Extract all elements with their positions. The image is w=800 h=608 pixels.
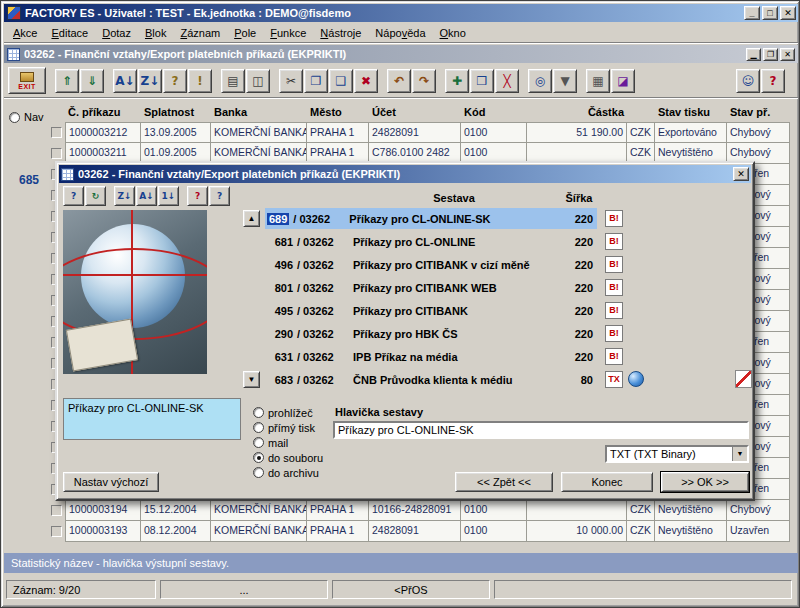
context-help-button[interactable]: ? [209, 186, 230, 206]
report-header-input[interactable] [333, 421, 749, 439]
dialog-titlebar[interactable]: 03262 - Finanční vztahy/Export platebníc… [59, 165, 751, 183]
end-button[interactable]: Konec [561, 472, 653, 492]
about-help-button[interactable]: ? [761, 69, 785, 93]
sort-az-button[interactable]: A↓ [136, 186, 157, 206]
redo-button[interactable]: ↷ [412, 69, 436, 93]
cell-splatnost[interactable]: 13.09.2005 [141, 122, 211, 143]
user-info-button[interactable]: ☺ [736, 69, 760, 93]
report-row[interactable]: 683/ 03262ČNB Průvodka klienta k médiu80… [265, 369, 597, 390]
cell-kod[interactable]: 0100 [461, 521, 527, 542]
maximize-button[interactable]: □ [762, 6, 778, 20]
record-down-button[interactable]: ⇓ [80, 69, 104, 93]
cell-mena[interactable]: CZK [627, 521, 655, 542]
cell-cislo-prikazu[interactable]: 1000003193 [65, 521, 141, 542]
menu-item-blok[interactable]: Blok [138, 24, 173, 42]
cell-stav-prikazu[interactable]: Uzavřen [727, 521, 790, 542]
cell-splatnost[interactable]: 08.12.2004 [141, 521, 211, 542]
report-row[interactable]: 495/ 03262Příkazy pro CITIBANK220B! [265, 300, 597, 321]
scroll-up-button[interactable]: ▲ [243, 210, 260, 227]
format-txt-icon[interactable]: TX [605, 371, 623, 388]
sort-za-button[interactable]: Z↓ [114, 186, 135, 206]
exit-button[interactable]: EXIT [8, 67, 46, 94]
minimize-button[interactable]: _ [744, 6, 760, 20]
execute-query-button[interactable]: ! [188, 69, 212, 93]
help-button[interactable]: ? [187, 186, 208, 206]
close-button[interactable]: ✕ [780, 6, 796, 20]
format-select[interactable]: TXT (TXT Binary) ▼ [605, 445, 749, 463]
mdi-titlebar[interactable]: 03262 - Finanční vztahy/Export platebníc… [4, 45, 798, 63]
cell-stav-tisku[interactable]: Nevytištěno [655, 521, 727, 542]
cell-mesto[interactable]: PRAHA 1 [307, 521, 369, 542]
menu-item-editace[interactable]: Editace [44, 24, 95, 42]
format-bitmap-icon[interactable]: B! [605, 325, 623, 342]
delete-button[interactable]: ✖ [354, 69, 378, 93]
cell-stav-tisku[interactable]: Nevytištěno [655, 500, 727, 521]
menu-item-akce[interactable]: Akce [6, 24, 44, 42]
sort-num-button[interactable]: 1↓ [158, 186, 179, 206]
set-default-button[interactable]: Nastav výchozí [63, 472, 159, 492]
report-refresh-button[interactable]: ↻ [85, 186, 106, 206]
cell-ucet[interactable]: 24828091 [369, 521, 461, 542]
cell-cislo-prikazu[interactable]: 1000003212 [65, 122, 141, 143]
cell-mena[interactable]: CZK [627, 500, 655, 521]
ok-button[interactable]: >> OK >> [661, 472, 749, 492]
row-checkbox[interactable] [51, 148, 62, 159]
copy-button[interactable]: ❐ [304, 69, 328, 93]
radio-do-souboru[interactable]: do souboru [253, 450, 333, 465]
remove-record-button[interactable]: ╳ [495, 69, 519, 93]
insert-record-button[interactable]: ✚ [445, 69, 469, 93]
menu-item-funkce[interactable]: Funkce [263, 24, 313, 42]
cell-castka[interactable]: 51 190.00 [527, 122, 627, 143]
nav-toggle[interactable]: Nav [9, 111, 44, 123]
menu-item-okno[interactable]: Okno [433, 24, 473, 42]
block-number[interactable]: 685 [19, 173, 39, 187]
cell-cislo-prikazu[interactable]: 1000003194 [65, 500, 141, 521]
format-bitmap-icon[interactable]: B! [605, 348, 623, 365]
cell-mesto[interactable]: PRAHA 1 [307, 500, 369, 521]
report-row[interactable]: 496/ 03262Příkazy pro CITIBANK v cizí mě… [265, 254, 597, 275]
report-query-button[interactable]: ? [63, 186, 84, 206]
cell-kod[interactable]: 0100 [461, 500, 527, 521]
print-button[interactable]: ▤ [221, 69, 245, 93]
duplicate-record-button[interactable]: ❒ [470, 69, 494, 93]
filter-button[interactable]: ▼ [553, 69, 577, 93]
format-bitmap-icon[interactable]: B! [605, 302, 623, 319]
radio-do-archivu[interactable]: do archivu [253, 465, 333, 480]
row-checkbox[interactable] [51, 526, 62, 537]
window-titlebar[interactable]: FACTORY ES - Uživatel : TEST - Ek.jednot… [4, 4, 798, 22]
search-button[interactable]: ◎ [528, 69, 552, 93]
cut-button[interactable]: ✂ [279, 69, 303, 93]
cell-kod[interactable]: 0100 [461, 122, 527, 143]
cell-splatnost[interactable]: 15.12.2004 [141, 500, 211, 521]
enter-query-button[interactable]: ? [163, 69, 187, 93]
cell-ucet[interactable]: 10166-24828091 [369, 500, 461, 521]
cell-banka[interactable]: KOMERČNÍ BANKA [211, 500, 307, 521]
report-row[interactable]: 290/ 03262Příkazy pro HBK ČS220B! [265, 323, 597, 344]
cell-mena[interactable]: CZK [627, 122, 655, 143]
report-row[interactable]: 681/ 03262Příkazy pro CL-ONLINE220B! [265, 231, 597, 252]
radio-prohlizec[interactable]: prohlížeč [253, 405, 333, 420]
report-row[interactable]: 801/ 03262Příkazy pro CITIBANK WEB220B! [265, 277, 597, 298]
cell-stav-prikazu[interactable]: Chybový [727, 122, 790, 143]
radio-primy-tisk[interactable]: přímý tisk [253, 420, 333, 435]
row-checkbox[interactable] [51, 505, 62, 516]
menu-item-pole[interactable]: Pole [227, 24, 263, 42]
cell-stav-tisku[interactable]: Exportováno [655, 122, 727, 143]
cell-castka[interactable]: 10 000.00 [527, 521, 627, 542]
cell-ucet[interactable]: 24828091 [369, 122, 461, 143]
chart-button[interactable]: ◪ [611, 69, 635, 93]
web-icon[interactable] [628, 371, 644, 387]
combo-arrow-icon[interactable]: ▼ [732, 447, 747, 461]
pdf-icon[interactable] [735, 370, 752, 388]
menu-item-dotaz[interactable]: Dotaz [95, 24, 138, 42]
scroll-down-button[interactable]: ▼ [243, 371, 260, 388]
undo-button[interactable]: ↶ [387, 69, 411, 93]
format-bitmap-icon[interactable]: B! [605, 233, 623, 250]
menu-item-zaznam[interactable]: Záznam [173, 24, 227, 42]
format-bitmap-icon[interactable]: B! [605, 256, 623, 273]
mdi-close-button[interactable]: ✕ [780, 48, 795, 61]
mdi-restore-button[interactable]: ❐ [763, 48, 778, 61]
radio-mail[interactable]: mail [253, 435, 333, 450]
format-bitmap-icon[interactable]: B! [605, 210, 623, 227]
cell-banka[interactable]: KOMERČNÍ BANKA [211, 521, 307, 542]
